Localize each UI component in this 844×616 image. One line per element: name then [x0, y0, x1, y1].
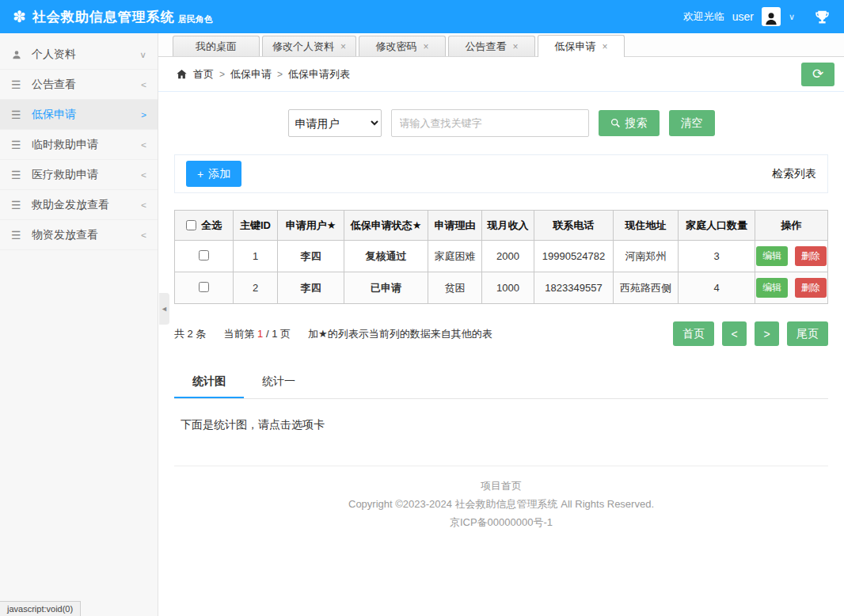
column-header-phone: 联系电话: [534, 211, 614, 241]
table-header-row: 全选 主键ID 申请用户★ 低保申请状态★ 申请理由 现月收入 联系电话 现住地…: [175, 211, 828, 241]
tab-stats-chart[interactable]: 统计图: [174, 367, 244, 398]
app-title: 社会救助信息管理系统: [32, 8, 175, 26]
sidebar-item-subsistence-application[interactable]: ☰ 低保申请 >: [0, 100, 158, 130]
chevron-icon: <: [141, 139, 146, 150]
tab-close-icon[interactable]: ×: [513, 41, 519, 52]
tab-announcements[interactable]: 公告查看 ×: [448, 36, 535, 56]
sidebar-item-medical-aid[interactable]: ☰ 医疗救助申请 <: [0, 160, 158, 190]
username-label: user: [732, 10, 754, 23]
breadcrumb-home[interactable]: 首页: [193, 67, 214, 82]
footer: 项目首页 Copyright ©2023-2024 社会救助信息管理系统 All…: [174, 466, 828, 539]
search-button[interactable]: 搜索: [599, 110, 660, 136]
top-bar: ✽ 社会救助信息管理系统 居民角色 欢迎光临 user ∨: [0, 0, 844, 33]
footer-copyright: Copyright ©2023-2024 社会救助信息管理系统 All Righ…: [174, 495, 828, 513]
search-field-select[interactable]: 申请用户: [288, 109, 382, 137]
tab-label: 我的桌面: [196, 40, 237, 54]
person-icon: [763, 10, 779, 26]
column-header-family: 家庭人口数量: [679, 211, 755, 241]
pagination-bar: 共 2 条 当前第 1 / 1 页 加★的列表示当前列的数据来自其他的表 首页 …: [174, 321, 828, 346]
menu-icon: ☰: [11, 169, 25, 181]
cell-reason: 家庭困难: [428, 241, 482, 272]
add-button-label: 添加: [208, 167, 230, 181]
prev-page-button[interactable]: <: [722, 321, 747, 346]
select-all-label: 全选: [201, 219, 222, 233]
first-page-button[interactable]: 首页: [673, 321, 714, 346]
tab-stats-one[interactable]: 统计一: [244, 367, 314, 398]
cell-address: 西苑路西侧: [614, 272, 679, 304]
menu-icon: ☰: [11, 78, 25, 91]
cell-id: 1: [234, 241, 278, 272]
menu-icon: ☰: [11, 139, 25, 151]
total-count: 共 2 条: [174, 327, 206, 341]
menu-icon: ☰: [11, 199, 25, 211]
tab-close-icon[interactable]: ×: [424, 41, 429, 52]
column-header-actions: 操作: [755, 211, 828, 241]
select-all-checkbox[interactable]: [186, 220, 196, 230]
sidebar-item-label: 个人资料: [32, 48, 76, 62]
cell-family: 4: [679, 272, 755, 304]
last-page-button[interactable]: 尾页: [787, 321, 828, 346]
trophy-icon[interactable]: [814, 8, 831, 25]
footer-icp: 京ICP备00000000号-1: [174, 513, 828, 531]
user-menu-chevron-down-icon[interactable]: ∨: [789, 12, 795, 22]
clear-button[interactable]: 清空: [669, 110, 715, 136]
search-icon: [610, 118, 621, 128]
sidebar-item-profile[interactable]: 个人资料 ∨: [0, 40, 158, 70]
edit-button[interactable]: 编辑: [756, 246, 788, 266]
stats-tab-strip: 统计图 统计一: [174, 367, 828, 399]
sidebar-item-fund-distribution[interactable]: ☰ 救助金发放查看 <: [0, 190, 158, 220]
tab-my-desktop[interactable]: 我的桌面: [173, 36, 260, 56]
tab-label: 修改个人资料: [272, 40, 334, 54]
cell-family: 3: [679, 241, 755, 272]
page-indicator: 当前第 1 / 1 页: [223, 327, 291, 341]
chevron-icon: <: [141, 79, 146, 89]
next-page-button[interactable]: >: [755, 321, 779, 346]
delete-button[interactable]: 删除: [795, 278, 827, 298]
cell-user: 李四: [278, 241, 344, 272]
add-button[interactable]: + 添加: [186, 161, 241, 187]
toolbar-panel: + 添加 检索列表: [174, 154, 828, 193]
app-logo-icon: ✽: [13, 7, 26, 26]
welcome-text: 欢迎光临: [683, 10, 724, 24]
tab-subsistence-application[interactable]: 低保申请 ×: [538, 35, 625, 57]
tab-close-icon[interactable]: ×: [603, 41, 608, 52]
menu-icon: ☰: [11, 108, 25, 121]
content-area: 申请用户 搜索 清空: [158, 92, 844, 616]
user-avatar[interactable]: [762, 7, 781, 26]
cell-status: 复核通过: [344, 241, 428, 272]
cell-address: 河南郑州: [614, 241, 679, 272]
search-bar: 申请用户 搜索 清空: [174, 109, 828, 137]
list-title: 检索列表: [772, 167, 816, 181]
collapse-arrow-icon: ◄: [161, 305, 168, 313]
chevron-icon: >: [141, 109, 146, 120]
page-indicator-prefix: 当前第: [223, 328, 254, 340]
sidebar: 个人资料 ∨ ☰ 公告查看 < ☰ 低保申请 > ☰ 临时救助申请 < ☰ 医疗…: [0, 33, 158, 616]
tab-edit-profile[interactable]: 修改个人资料 ×: [262, 36, 356, 56]
row-checkbox[interactable]: [199, 282, 209, 292]
row-checkbox[interactable]: [199, 250, 209, 260]
refresh-button[interactable]: ⟳: [801, 63, 834, 86]
breadcrumb-row: 首页 > 低保申请 > 低保申请列表 ⟳: [158, 57, 844, 92]
sidebar-item-material-distribution[interactable]: ☰ 物资发放查看 <: [0, 220, 158, 250]
edit-button[interactable]: 编辑: [756, 278, 788, 298]
browser-status-bar: javascript:void(0): [0, 601, 81, 616]
cell-reason: 贫困: [428, 272, 482, 304]
sidebar-item-label: 救助金发放查看: [32, 198, 109, 212]
table-row: 1 李四 复核通过 家庭困难 2000 19990524782 河南郑州 3 编…: [175, 241, 828, 272]
tab-close-icon[interactable]: ×: [340, 41, 346, 52]
chevron-icon: ∨: [139, 49, 146, 59]
tab-change-password[interactable]: 修改密码 ×: [359, 36, 446, 56]
cell-status: 已申请: [344, 272, 428, 304]
footer-home-link[interactable]: 项目首页: [174, 477, 828, 495]
sidebar-collapse-handle[interactable]: ◄: [159, 293, 169, 325]
search-input[interactable]: [391, 109, 589, 137]
tab-label: 修改密码: [376, 40, 417, 54]
sidebar-item-label: 公告查看: [32, 78, 76, 92]
sidebar-item-label: 物资发放查看: [32, 228, 98, 242]
sidebar-item-announcements[interactable]: ☰ 公告查看 <: [0, 70, 158, 100]
breadcrumb-section[interactable]: 低保申请: [230, 67, 272, 82]
sidebar-item-temporary-aid[interactable]: ☰ 临时救助申请 <: [0, 130, 158, 160]
delete-button[interactable]: 删除: [795, 246, 827, 266]
column-header-id: 主键ID: [234, 211, 278, 241]
app-window: ✽ 社会救助信息管理系统 居民角色 欢迎光临 user ∨: [0, 0, 844, 616]
